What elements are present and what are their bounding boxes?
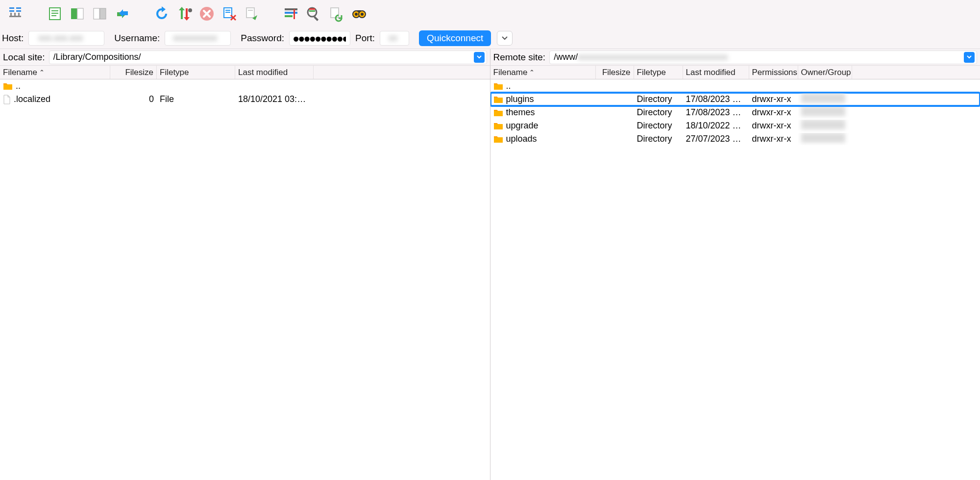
svg-rect-23 (285, 8, 297, 10)
svg-point-35 (361, 13, 364, 16)
folder-icon (493, 122, 503, 130)
remote-col-permissions[interactable]: Permissions (749, 66, 798, 79)
svg-rect-29 (309, 8, 315, 10)
svg-rect-5 (10, 13, 12, 17)
svg-rect-20 (225, 12, 230, 13)
remote-col-owner[interactable]: Owner/Group (798, 66, 852, 79)
file-row[interactable]: .. (490, 79, 980, 93)
quickconnect-button[interactable]: Quickconnect (419, 30, 491, 46)
toggle-local-tree-icon[interactable] (68, 4, 87, 24)
local-col-filesize[interactable]: Filesize (110, 66, 157, 79)
username-input[interactable] (165, 31, 231, 46)
file-modified-cell: 17/08/2023 0… (683, 107, 749, 118)
remote-col-filesize[interactable]: Filesize (596, 66, 634, 79)
svg-point-16 (188, 8, 192, 12)
column-headers: Filename⌃ Filesize Filetype Last modifie… (0, 66, 980, 79)
file-row[interactable]: themesDirectory17/08/2023 0…drwxr-xr-x (490, 106, 980, 119)
quickconnect-dropdown[interactable] (497, 31, 513, 46)
local-site-dropdown[interactable] (474, 52, 485, 63)
reconnect-icon[interactable] (242, 4, 262, 24)
chevron-down-icon (502, 36, 508, 40)
folder-icon (493, 96, 503, 103)
toggle-remote-tree-icon[interactable] (90, 4, 110, 24)
site-path-bar: Local site: Remote site: /www/ xxxxxxxxx… (0, 49, 980, 66)
svg-rect-6 (14, 13, 16, 17)
svg-rect-9 (51, 10, 58, 11)
local-site-input-wrap[interactable] (49, 51, 487, 64)
folder-icon (493, 109, 503, 117)
local-site-input[interactable] (53, 52, 472, 62)
disconnect-icon[interactable] (220, 4, 239, 24)
svg-rect-0 (9, 7, 14, 9)
file-owner-cell (798, 93, 852, 105)
file-modified-cell: 18/10/2022 0… (683, 121, 749, 131)
password-input[interactable] (289, 31, 350, 46)
cancel-icon[interactable] (197, 4, 217, 24)
port-input[interactable] (380, 31, 409, 46)
file-permissions-cell: drwxr-xr-x (749, 107, 798, 118)
file-name-cell: upgrade (490, 121, 596, 131)
toggle-queue-icon[interactable] (113, 4, 132, 24)
file-name-cell: plugins (490, 94, 596, 104)
local-file-list[interactable]: ...localized0File18/10/2021 03:3… (0, 79, 490, 480)
process-queue-icon[interactable] (174, 4, 194, 24)
remote-col-modified[interactable]: Last modified (683, 66, 749, 79)
svg-rect-10 (51, 13, 58, 14)
svg-rect-12 (71, 8, 77, 19)
password-label: Password: (241, 33, 284, 44)
svg-rect-11 (51, 15, 56, 16)
file-icon (3, 95, 11, 104)
chevron-down-icon (967, 55, 972, 59)
svg-rect-13 (77, 8, 83, 19)
remote-site-input-wrap[interactable]: /www/ xxxxxxxxxxxxxxxxxxxxxxxxxxxxxxxxxx (549, 51, 977, 64)
file-modified-cell: 27/07/2023 1… (683, 134, 749, 144)
file-permissions-cell: drwxr-xr-x (749, 134, 798, 144)
file-row[interactable]: .localized0File18/10/2021 03:3… (0, 93, 490, 106)
remote-file-list[interactable]: ..pluginsDirectory17/08/2023 0…drwxr-xr-… (490, 79, 980, 480)
remote-path-obscured: xxxxxxxxxxxxxxxxxxxxxxxxxxxxxxxxxx (578, 52, 774, 62)
file-row[interactable]: pluginsDirectory17/08/2023 0…drwxr-xr-x (490, 93, 980, 106)
file-row[interactable]: .. (0, 79, 490, 93)
toggle-log-icon[interactable] (45, 4, 65, 24)
file-modified-cell: 18/10/2021 03:3… (235, 94, 314, 104)
file-owner-cell (798, 133, 852, 145)
file-row[interactable]: upgradeDirectory18/10/2022 0…drwxr-xr-x (490, 119, 980, 132)
local-col-filetype[interactable]: Filetype (157, 66, 235, 79)
sync-icon[interactable] (326, 4, 346, 24)
svg-rect-26 (294, 9, 295, 19)
file-type-cell: Directory (634, 94, 683, 104)
svg-rect-21 (246, 8, 254, 18)
file-name-cell: uploads (490, 134, 596, 144)
file-owner-cell (798, 106, 852, 119)
remote-path-prefix: /www/ (554, 52, 578, 62)
folder-icon (493, 82, 503, 90)
site-manager-icon[interactable] (6, 4, 25, 24)
svg-rect-22 (248, 10, 253, 11)
filter-icon[interactable] (281, 4, 301, 24)
search-icon[interactable] (304, 4, 323, 24)
find-icon[interactable] (349, 4, 368, 24)
svg-rect-3 (16, 10, 21, 12)
svg-rect-30 (309, 10, 315, 12)
remote-headers: Filename⌃ Filesize Filetype Last modifie… (490, 66, 980, 79)
file-permissions-cell: drwxr-xr-x (749, 121, 798, 131)
refresh-icon[interactable] (152, 4, 172, 24)
remote-col-filename[interactable]: Filename⌃ (490, 66, 596, 79)
port-label: Port: (355, 33, 375, 44)
file-row[interactable]: uploadsDirectory27/07/2023 1…drwxr-xr-x (490, 132, 980, 146)
local-col-filename[interactable]: Filename⌃ (0, 66, 110, 79)
svg-rect-28 (314, 16, 318, 21)
host-input[interactable] (28, 31, 104, 46)
file-type-cell: File (157, 94, 235, 104)
svg-rect-19 (225, 10, 230, 11)
remote-site-dropdown[interactable] (964, 52, 975, 63)
remote-site-label: Remote site: (493, 52, 546, 63)
local-col-modified[interactable]: Last modified (235, 66, 314, 79)
svg-point-34 (355, 13, 358, 16)
file-name-cell: .. (490, 81, 596, 91)
svg-rect-25 (285, 15, 293, 17)
remote-col-filetype[interactable]: Filetype (634, 66, 683, 79)
file-panels: ...localized0File18/10/2021 03:3… ..plug… (0, 79, 980, 480)
file-modified-cell: 17/08/2023 0… (683, 94, 749, 104)
sort-asc-icon: ⌃ (39, 69, 45, 76)
